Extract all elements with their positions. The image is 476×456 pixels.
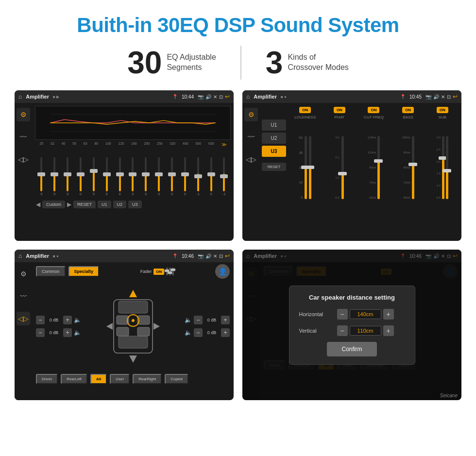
- close-icon-3[interactable]: ✕: [213, 253, 217, 259]
- user-btn-3[interactable]: User: [110, 374, 130, 384]
- fader-label: Fader: [140, 269, 152, 274]
- eq-slider-9[interactable]: 0: [154, 157, 163, 196]
- wave-icon[interactable]: 〰: [17, 130, 30, 144]
- svg-rect-9: [117, 327, 129, 336]
- next-arrow[interactable]: ▶: [67, 201, 71, 208]
- band-phat: ON PHAT 3.02.11.30.5: [324, 107, 355, 237]
- vertical-label: Vertical: [299, 328, 333, 334]
- user-profile-icon-3[interactable]: 👤: [215, 264, 230, 279]
- eq-slider-4[interactable]: 5: [89, 157, 98, 196]
- fader-sl-3[interactable]: [172, 268, 174, 275]
- rearright-btn-3[interactable]: RearRight: [133, 374, 162, 384]
- back-icon-3[interactable]: ↩: [225, 253, 230, 259]
- volume-ctrl-icon-2[interactable]: ◁▷: [244, 152, 258, 166]
- preset-u3-active[interactable]: U3: [262, 146, 286, 157]
- wave-icon-3[interactable]: 〰: [17, 289, 30, 303]
- rearleft-btn-3[interactable]: RearLeft: [61, 374, 87, 384]
- cutfreq-slider[interactable]: [377, 136, 380, 199]
- fader-on[interactable]: ON: [153, 269, 164, 275]
- home-icon-2[interactable]: ⌂: [246, 93, 250, 100]
- volume-icon-2: 🔊: [433, 94, 439, 100]
- loudness-label: LOUDNESS: [294, 115, 316, 119]
- top-left-minus[interactable]: −: [36, 316, 45, 324]
- close-icon[interactable]: ✕: [213, 94, 217, 100]
- top-right-plus[interactable]: +: [221, 316, 230, 324]
- camera-icon: 📷: [198, 94, 204, 100]
- horizontal-row: Horizontal − 140cm +: [299, 309, 405, 320]
- bottom-right-db-label: 0 dB: [204, 330, 219, 335]
- cutfreq-toggle[interactable]: ON: [368, 107, 379, 113]
- speaker-left-controls: − 0 dB + 🔈 − 0 dB + 🔈: [36, 283, 81, 370]
- sidebar-icons-3: ⚙ 〰 ◁▷: [15, 262, 32, 400]
- eq-slider-2[interactable]: 0: [63, 157, 72, 196]
- eq-slider-3[interactable]: 0: [76, 157, 85, 196]
- eq-slider-13[interactable]: 0: [207, 157, 216, 196]
- screens-grid: ⌂ Amplifier ■ ▶ 📍 10:44 📷 🔊 ✕ ⊡ ↩ ⚙ 〰 ◁▷: [0, 90, 476, 400]
- phat-slider[interactable]: [341, 136, 344, 199]
- speaker-top: Common Specialty Fader ON 👤: [36, 264, 230, 279]
- loudness-toggle[interactable]: ON: [299, 107, 311, 113]
- copilot-btn-3[interactable]: Copilot: [165, 374, 188, 384]
- volume-ctrl-icon[interactable]: ◁▷: [17, 152, 30, 166]
- wave-icon-2[interactable]: 〰: [244, 130, 258, 144]
- bottom-right-plus[interactable]: +: [221, 328, 230, 337]
- horizontal-minus[interactable]: −: [337, 309, 348, 320]
- sub-toggle[interactable]: ON: [437, 107, 448, 113]
- u3-btn[interactable]: U3: [128, 201, 142, 208]
- home-icon[interactable]: ⌂: [18, 93, 22, 100]
- eq-icon-3[interactable]: ⚙: [17, 267, 30, 281]
- specialty-btn-3[interactable]: Specialty: [68, 266, 100, 277]
- crossover-presets: U1 U2 U3 RESET: [262, 105, 286, 239]
- vertical-plus[interactable]: +: [383, 325, 394, 336]
- sub-slider1[interactable]: [442, 136, 444, 199]
- u2-btn[interactable]: U2: [113, 201, 127, 208]
- home-icon-3[interactable]: ⌂: [18, 253, 22, 259]
- sub-slider2[interactable]: [446, 136, 448, 199]
- volume-ctrl-icon-3[interactable]: ◁▷: [17, 312, 30, 325]
- bottom-right-minus[interactable]: −: [194, 328, 203, 337]
- top-left-plus[interactable]: +: [63, 316, 72, 324]
- prev-arrow[interactable]: ◀: [36, 201, 40, 208]
- eq-slider-14[interactable]: -1: [220, 157, 228, 196]
- eq-freq-labels: 253240506380100125160200250320400500630 …: [35, 142, 231, 147]
- eq-slider-0[interactable]: 0: [37, 157, 46, 196]
- top-right-minus[interactable]: −: [194, 316, 203, 324]
- loudness-slider2[interactable]: [309, 136, 311, 199]
- topbar-icons: 📷 🔊 ✕ ⊡ ↩: [198, 93, 230, 100]
- eq-slider-12[interactable]: -1: [194, 157, 203, 196]
- driver-btn-3[interactable]: Driver: [36, 374, 58, 384]
- preset-u1[interactable]: U1: [262, 119, 286, 131]
- eq-slider-11[interactable]: 0: [181, 157, 189, 196]
- topbar-icons-3-group: 📷 🔊 ✕ ⊡ ↩: [198, 253, 230, 259]
- eq-icon[interactable]: ⚙: [17, 108, 30, 121]
- fader-area: Fader ON: [140, 268, 174, 275]
- close-icon-2[interactable]: ✕: [441, 94, 445, 100]
- watermark: Seicane: [440, 393, 458, 398]
- horizontal-plus[interactable]: +: [383, 309, 394, 320]
- back-icon[interactable]: ↩: [225, 93, 230, 100]
- preset-u2[interactable]: U2: [262, 133, 286, 144]
- phat-toggle[interactable]: ON: [334, 107, 345, 113]
- common-btn-3[interactable]: Common: [36, 266, 66, 277]
- eq-slider-10[interactable]: 0: [168, 157, 176, 196]
- vertical-minus[interactable]: −: [337, 325, 348, 336]
- eq-sliders[interactable]: 0 0 0 0 5 0 0 0 0 0 0 0 -1 0 -1: [35, 149, 231, 198]
- eq-slider-5[interactable]: 0: [102, 157, 111, 196]
- eq-slider-6[interactable]: 0: [116, 157, 124, 196]
- eq-slider-1[interactable]: 0: [50, 157, 59, 196]
- preset-reset[interactable]: RESET: [262, 163, 286, 171]
- bass-toggle[interactable]: ON: [402, 107, 414, 113]
- u1-btn[interactable]: U1: [98, 201, 111, 208]
- eq-slider-8[interactable]: 0: [141, 157, 150, 196]
- bottom-left-plus[interactable]: +: [63, 328, 72, 337]
- fader-sliders[interactable]: [166, 268, 174, 275]
- eq-slider-7[interactable]: 0: [128, 157, 137, 196]
- reset-btn[interactable]: RESET: [73, 201, 96, 208]
- custom-btn[interactable]: Custom: [42, 201, 65, 208]
- back-icon-2[interactable]: ↩: [453, 93, 458, 100]
- eq-icon-2[interactable]: ⚙: [244, 108, 258, 121]
- all-btn-3[interactable]: All: [90, 374, 107, 384]
- bottom-left-minus[interactable]: −: [36, 328, 45, 337]
- confirm-button[interactable]: Confirm: [327, 342, 376, 356]
- bass-slider[interactable]: [412, 136, 414, 199]
